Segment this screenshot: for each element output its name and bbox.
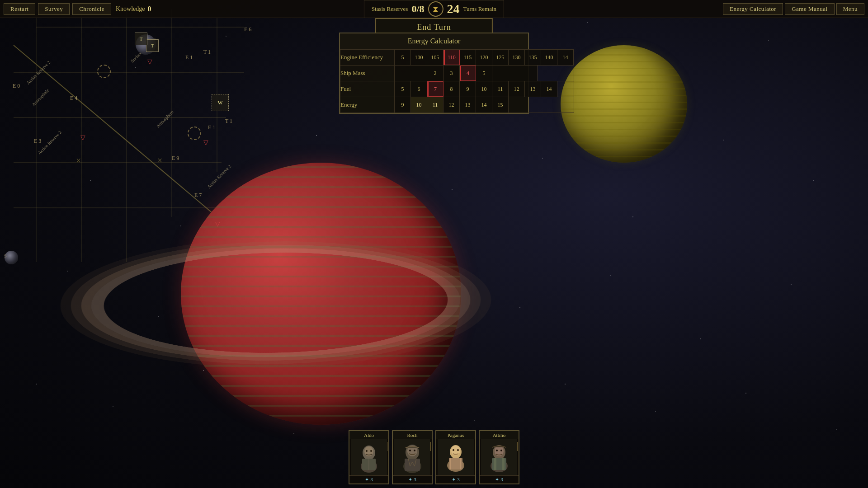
cell-ee-5: 120 (476, 50, 492, 65)
cell-en-5: 14 (476, 97, 492, 113)
fuel-row: Fuel 5 6 7 8 9 10 11 12 13 (340, 81, 574, 97)
energy-calculator-table: Engine Efficiency 5 100 105 110 115 120 … (340, 49, 574, 113)
char-energy-aldo: ✦ 3 (349, 475, 388, 483)
char-name-aldo: Aldo (349, 431, 388, 439)
engine-efficiency-row: Engine Efficiency 5 100 105 110 115 120 … (340, 50, 574, 66)
turns-count: 24 (447, 2, 460, 16)
ship-mass-row: Ship Mass 2 3 4 5 (340, 66, 574, 81)
svg-point-33 (457, 449, 459, 451)
svg-point-39 (496, 450, 498, 451)
cell-ee-0: 5 (395, 50, 411, 65)
knowledge-value: 0 (147, 5, 151, 13)
cell-f-5: 10 (476, 81, 492, 97)
char-name-roch: Roch (393, 431, 432, 439)
svg-point-18 (370, 450, 372, 452)
energy-row: Energy 9 10 11 12 13 14 15 (340, 97, 574, 113)
svg-point-25 (409, 450, 411, 451)
svg-point-17 (366, 450, 368, 452)
cell-sm-1: 2 (427, 66, 443, 81)
cell-ee-3: 110 (443, 50, 460, 65)
ship-token-t2[interactable]: T (135, 33, 147, 45)
menu-button[interactable]: Menu (836, 3, 864, 15)
energy-calculator-button[interactable]: Energy Calculator (723, 3, 783, 15)
svg-rect-27 (405, 459, 420, 471)
chronicle-button[interactable]: Chronicle (72, 3, 111, 15)
hourglass-icon: ⧗ (428, 1, 443, 17)
center-hud: Stasis Reserves 0/8 ⧗ 24 Turns Remain En… (364, 0, 504, 37)
ship-token-w[interactable]: W (212, 94, 229, 111)
cell-f-1: 6 (411, 81, 427, 97)
cell-sm-5 (492, 66, 538, 81)
ship-token-t[interactable]: T (146, 39, 159, 52)
char-portrait-roch (394, 439, 430, 475)
stasis-bar: Stasis Reserves 0/8 ⧗ 24 Turns Remain (364, 0, 504, 18)
svg-rect-42 (494, 458, 496, 470)
cell-sm-0 (395, 66, 427, 81)
char-energy-roch: ✦ 3 (393, 475, 432, 483)
svg-point-26 (414, 450, 415, 451)
cell-en-0: 9 (395, 97, 411, 113)
svg-point-31 (451, 446, 460, 455)
cell-f-4: 9 (460, 81, 476, 97)
char-energy-attilio: ✦ 3 (480, 475, 519, 483)
char-card-paganus[interactable]: Paganus 5 ✦ 3 (435, 430, 476, 484)
cell-ee-10: 14 (557, 50, 574, 65)
planet-olive (561, 45, 687, 163)
ship-mass-label: Ship Mass (340, 66, 395, 81)
cell-f-6: 11 (492, 81, 509, 97)
knowledge-display: Knowledge 0 (116, 5, 151, 13)
engine-efficiency-label: Engine Efficiency (340, 50, 395, 66)
cell-ee-7: 130 (509, 50, 525, 65)
knowledge-label: Knowledge (116, 5, 145, 13)
svg-rect-43 (502, 458, 505, 470)
game-manual-button[interactable]: Game Manual (785, 3, 835, 15)
fuel-label: Fuel (340, 81, 395, 97)
right-buttons: Energy Calculator Game Manual Menu (719, 0, 868, 18)
cell-f-9: 14 (541, 81, 557, 97)
survey-button[interactable]: Survey (38, 3, 70, 15)
cell-en-1: 10 (411, 97, 427, 113)
cell-en-2: 11 (427, 97, 443, 113)
cell-ee-2: 105 (427, 50, 443, 65)
stasis-count: 0/8 (411, 3, 424, 15)
planet-label-s: S (4, 253, 7, 258)
char-name-attilio: Attilio (480, 431, 519, 439)
svg-point-40 (500, 450, 502, 451)
energy-label: Energy (340, 97, 395, 113)
char-energy-paganus: ✦ 3 (436, 475, 475, 483)
turns-label: Turns Remain (463, 5, 497, 13)
stasis-label: Stasis Reserves (372, 5, 408, 13)
cell-ee-9: 140 (541, 50, 557, 65)
char-portrait-aldo (351, 439, 387, 475)
cell-sm-4: 5 (476, 66, 492, 81)
cell-f-2: 7 (427, 81, 443, 97)
char-card-roch[interactable]: Roch 2 ✦ 3 (392, 430, 433, 484)
cell-ee-4: 115 (460, 50, 476, 65)
cell-ee-1: 100 (411, 50, 427, 65)
char-card-aldo[interactable]: Aldo 3 ✦ 3 (349, 430, 389, 484)
planet-ring-container (136, 113, 542, 452)
svg-text:×: × (76, 155, 81, 165)
energy-calculator-panel: Energy Calculator Engine Efficiency 5 10… (339, 33, 529, 114)
cell-en-6: 15 (492, 97, 509, 113)
cell-sm-3: 4 (460, 66, 476, 81)
char-card-attilio[interactable]: Attilio 3 ✦ 3 (479, 430, 519, 484)
restart-button[interactable]: Restart (4, 3, 35, 15)
cell-f-3: 8 (443, 81, 460, 97)
cell-en-4: 13 (460, 97, 476, 113)
svg-point-32 (453, 449, 454, 451)
cell-f-7: 12 (509, 81, 525, 97)
char-portrait-attilio (481, 439, 517, 475)
char-name-paganus: Paganus (436, 431, 475, 439)
char-portrait-paganus (438, 439, 474, 475)
cell-f-8: 13 (525, 81, 541, 97)
cell-en-3: 12 (443, 97, 460, 113)
cell-ee-6: 125 (492, 50, 509, 65)
energy-calculator-title: Energy Calculator (340, 33, 528, 49)
cell-f-0: 5 (395, 81, 411, 97)
cell-sm-2: 3 (443, 66, 460, 81)
character-cards: Aldo 3 ✦ 3 Roch 2 (349, 430, 519, 484)
cell-ee-8: 135 (525, 50, 541, 65)
